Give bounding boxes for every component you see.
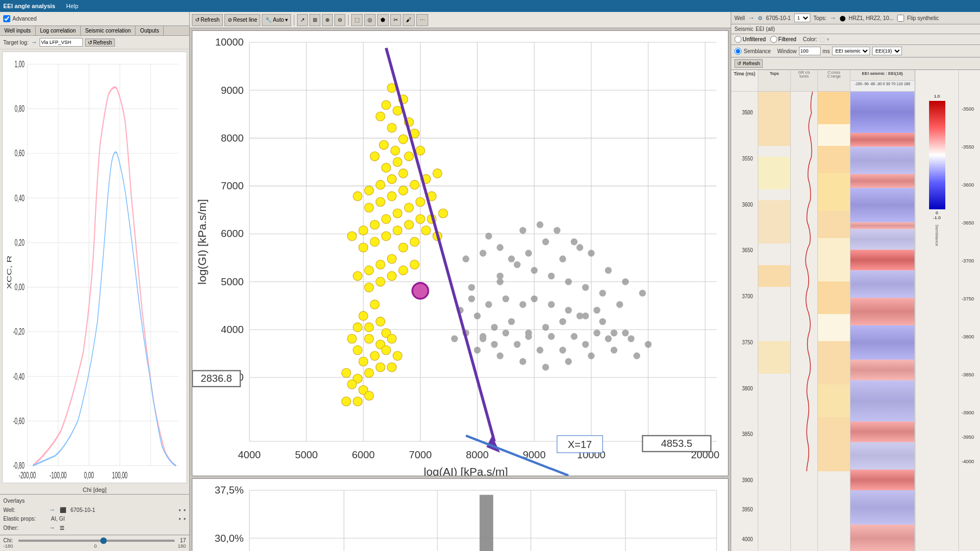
svg-point-136 xyxy=(480,333,487,340)
svg-point-138 xyxy=(468,284,475,291)
eei-seismic-select[interactable]: EEI seismic xyxy=(832,47,870,55)
svg-point-159 xyxy=(353,191,362,201)
svg-text:4000: 4000 xyxy=(221,324,244,335)
polygon-icon: ⬟ xyxy=(381,17,385,23)
svg-text:XCC, R: XCC, R xyxy=(7,255,12,289)
track-colored: C:cross C:range xyxy=(818,70,850,551)
svg-rect-349 xyxy=(850,270,914,298)
toolbar-btn-polygon[interactable]: ⬟ xyxy=(377,14,389,26)
refresh-button[interactable]: ↺ Refresh xyxy=(85,39,115,47)
svg-text:-100,00: -100,00 xyxy=(49,471,67,480)
colorbar-gradient xyxy=(929,101,945,209)
chi-slider[interactable] xyxy=(18,540,175,542)
svg-text:1,00: 1,00 xyxy=(15,59,24,69)
svg-rect-355 xyxy=(850,174,914,188)
paint-icon: 🖌 xyxy=(406,17,411,23)
unfiltered-radio[interactable] xyxy=(734,36,742,43)
elastic-extra-icon[interactable]: ● xyxy=(183,516,186,521)
tab-bar: Well inputs Log correlation Seismic corr… xyxy=(0,26,189,36)
refresh-toolbar-label: Refresh xyxy=(201,17,220,23)
toolbar-btn-zoom-out[interactable]: ⊖ xyxy=(334,14,345,26)
well-arrow-icon: → xyxy=(49,506,55,514)
svg-point-74 xyxy=(565,278,572,285)
svg-point-90 xyxy=(639,290,646,297)
svg-point-85 xyxy=(553,227,560,234)
well-extra-icon[interactable]: ● xyxy=(183,508,186,512)
svg-point-68 xyxy=(525,250,532,257)
svg-point-172 xyxy=(370,220,379,229)
svg-point-79 xyxy=(480,250,487,257)
svg-point-148 xyxy=(391,146,400,155)
svg-text:7000: 7000 xyxy=(409,449,431,460)
histogram-plot: 37,5% 30,0% 22,5% 15,0% 7,5% 0% % 2E+08 … xyxy=(192,478,728,551)
target-log-input[interactable] xyxy=(40,38,83,47)
radio-controls: Unfiltered Filtered Color: ⬚ ▾ xyxy=(731,34,980,45)
advanced-checkbox[interactable] xyxy=(3,15,10,22)
help-menu[interactable]: Help xyxy=(66,3,79,9)
tab-seismic-correlation[interactable]: Seismic correlation xyxy=(81,26,136,35)
other-list-icon[interactable]: ☰ xyxy=(60,525,65,531)
auto-icon: 🔧 xyxy=(265,17,272,23)
svg-point-97 xyxy=(508,318,515,325)
svg-text:-0,80: -0,80 xyxy=(13,460,24,470)
svg-rect-360 xyxy=(850,421,914,442)
filtered-radio[interactable] xyxy=(770,36,777,43)
window-input[interactable] xyxy=(799,47,821,55)
toolbar-btn-select[interactable]: ⬚ xyxy=(351,14,363,26)
toolbar-btn-extra[interactable]: ⋯ xyxy=(416,14,428,26)
svg-text:100,00: 100,00 xyxy=(112,471,127,480)
svg-point-190 xyxy=(353,272,362,281)
chi-mid-label: 0 xyxy=(94,543,96,549)
tops-label: Tops: xyxy=(814,15,827,21)
svg-point-128 xyxy=(582,341,589,348)
toolbar-btn-lasso[interactable]: ◎ xyxy=(364,14,376,26)
svg-text:4000: 4000 xyxy=(742,536,753,542)
svg-point-186 xyxy=(398,243,408,252)
chi-section: Chi: 17 -180 0 180 xyxy=(0,535,189,551)
toolbar-sep-2 xyxy=(348,15,349,25)
window-unit: ms xyxy=(823,48,830,54)
svg-point-114 xyxy=(610,347,617,354)
svg-text:6000: 6000 xyxy=(221,228,244,239)
svg-point-215 xyxy=(341,368,351,377)
toolbar-btn-paint[interactable]: 🖌 xyxy=(403,14,415,26)
semblance-radio[interactable] xyxy=(734,48,742,55)
svg-point-145 xyxy=(376,112,385,121)
svg-point-162 xyxy=(387,191,396,201)
refresh-controls: ↺ Refresh xyxy=(731,57,980,70)
svg-point-152 xyxy=(393,157,402,166)
flip-synthetic-checkbox[interactable] xyxy=(897,15,904,22)
eei-value-select[interactable]: EEI(19) xyxy=(872,47,902,55)
tab-outputs[interactable]: Outputs xyxy=(136,26,164,35)
seismic-value: EEI (all) xyxy=(756,26,775,32)
svg-rect-331 xyxy=(758,200,791,244)
toolbar-btn-zoom-in[interactable]: ⊕ xyxy=(322,14,333,26)
refresh-toolbar-icon: ↺ xyxy=(195,17,199,23)
tab-well-inputs[interactable]: Well inputs xyxy=(0,26,36,35)
svg-point-150 xyxy=(370,152,379,161)
well-value: 6705-10-1 xyxy=(70,507,95,513)
svg-point-213 xyxy=(364,368,373,377)
refresh-toolbar-btn[interactable]: ↺ Refresh xyxy=(192,14,223,26)
svg-text:3750: 3750 xyxy=(742,339,753,345)
svg-rect-329 xyxy=(758,92,791,146)
toolbar-btn-arrow[interactable]: ↗ xyxy=(297,14,308,26)
well-select[interactable]: 1 xyxy=(794,14,810,22)
svg-rect-351 xyxy=(850,380,914,421)
right-refresh-btn[interactable]: ↺ Refresh xyxy=(734,59,763,68)
well-options-icon[interactable]: ● xyxy=(178,508,181,512)
svg-point-156 xyxy=(387,175,396,184)
svg-rect-343 xyxy=(818,385,850,417)
auto-btn[interactable]: 🔧 Auto ▾ xyxy=(262,14,291,26)
svg-text:2836.8: 2836.8 xyxy=(201,373,232,384)
svg-point-115 xyxy=(588,353,595,360)
scissors-icon: ✂ xyxy=(394,17,398,23)
svg-text:8000: 8000 xyxy=(221,132,244,144)
toolbar-btn-scissors[interactable]: ✂ xyxy=(390,14,401,26)
toolbar-btn-grid[interactable]: ⊞ xyxy=(310,14,320,26)
elastic-options-icon[interactable]: ● xyxy=(178,516,181,521)
reset-line-btn[interactable]: ⊘ Reset line xyxy=(224,14,260,26)
well-header-label: Well xyxy=(734,15,745,21)
colorbar-neg-label: -1.0 xyxy=(933,215,941,220)
tab-log-correlation[interactable]: Log correlation xyxy=(36,26,81,35)
